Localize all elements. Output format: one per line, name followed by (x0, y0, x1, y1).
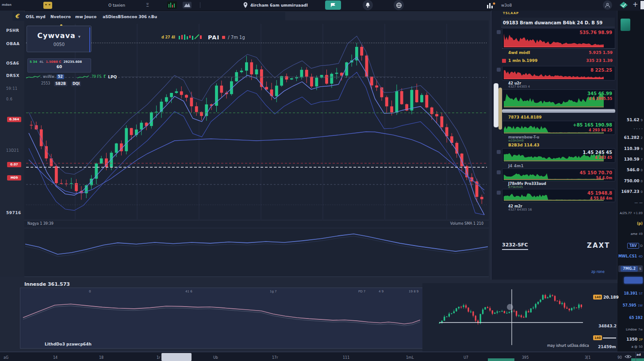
menubar-item[interactable]: aSDiesBSoncoo 306 r.Bu (103, 15, 157, 19)
row-value: 335 23 1.39 (586, 58, 613, 63)
watchlist-row[interactable]: 45 1948.84 55 84 4m (502, 189, 615, 202)
quote-strip: 51.629· · · ·61.2822110.399130.597546.00… (617, 11, 644, 352)
watchlist-text-row[interactable]: 4wd mödl5.925 1.59 (502, 50, 615, 57)
watchlist-row[interactable]: 45 150 70.7054 4.0m (502, 169, 615, 181)
watchlist-text-row[interactable]: 7873 414.8189 (502, 114, 615, 120)
legend-chip[interactable]: DQl (71, 81, 81, 86)
quote-badge[interactable]: TAV (627, 243, 639, 249)
app-logo-icon[interactable] (43, 2, 52, 9)
menubar-item[interactable]: OSL myd (26, 15, 46, 19)
watchlist-row[interactable]: 345 46.994 6 1995.55 (502, 89, 615, 109)
indicator-axis-label: 1g 7 (270, 290, 277, 293)
title-timeframe: / 7m 1g (228, 35, 245, 40)
pane-divider[interactable] (24, 220, 489, 228)
chart-thumbnail-icon[interactable] (167, 1, 177, 9)
mountain-icon[interactable] (183, 2, 192, 8)
price-axis-label: OBAA (6, 42, 19, 46)
row-icon (497, 30, 501, 34)
quote-value: 750.00 (624, 179, 640, 183)
add-button[interactable]: + (632, 1, 638, 8)
eye-icon[interactable] (625, 354, 632, 359)
indicator-axis-label: PD 7 (358, 290, 365, 293)
watchlist-text-row[interactable]: 42 u2r4327 64303 4 (502, 81, 615, 88)
indicator-footer: LithdDo3 pzawcp64h (45, 342, 92, 346)
time-axis-label: 90 (617, 356, 622, 360)
menubar-logo[interactable]: € (15, 13, 19, 19)
watchlist-text-row[interactable]: J78n9fv Pro333aud875km45 (502, 181, 615, 188)
quote-row: 57.5951W (618, 303, 643, 307)
sidebar-tab[interactable]: 3232-SFC (502, 242, 528, 250)
quote-value: 18.391 (624, 292, 637, 296)
quote-value: 1350 (626, 337, 637, 342)
sparkline-icon (77, 75, 89, 79)
stats-icon[interactable] (487, 2, 495, 8)
notifications-button[interactable] (363, 0, 373, 10)
watchlist-text-row[interactable]: J4 4m1 (502, 163, 615, 168)
bell-icon (365, 2, 371, 8)
quote-row[interactable] (618, 277, 643, 284)
row-icon (497, 191, 501, 195)
quote-row[interactable]: TAVD (618, 243, 643, 249)
globe-button[interactable] (394, 0, 404, 10)
watchlist-row[interactable]: 535.76 98.99 (502, 28, 615, 49)
row-label: J4 4m1 (508, 164, 524, 168)
quote-row: A/25.77+1.89 (618, 211, 643, 215)
row-sublabel: 4327 64303 4 (508, 85, 530, 88)
watchlist-text-row[interactable]: mwwwnbew-T-uw10n3m9 (502, 135, 615, 142)
watchlist-text-row[interactable]: 42 m2r4327 64303 16 (502, 204, 615, 212)
horizontal-scrollbar-thumb[interactable] (161, 353, 192, 361)
quote-value: · · · · (633, 127, 643, 131)
quote-value: 130.59 (624, 157, 640, 161)
topbar-corner-handle[interactable] (640, 1, 644, 9)
search-label[interactable]: O taxien (108, 4, 125, 8)
location-pin-icon[interactable] (243, 2, 248, 8)
legend-chip[interactable]: 52 (57, 74, 64, 79)
price-tag: M09 (7, 175, 21, 180)
menubar-item[interactable]: mw Jouco (75, 15, 96, 19)
title-candles-icon (178, 34, 205, 41)
row-values: +85 165 190.984 293 94 25 (573, 123, 612, 132)
mini-chart-canvas[interactable] (427, 287, 595, 346)
quote-button[interactable] (624, 277, 643, 284)
scrollbar-thumb-secondary[interactable] (498, 88, 502, 130)
price-axis-label: 59716 (6, 211, 21, 215)
toolbar-divider (200, 2, 200, 8)
symbol-selector[interactable]: Cywvava▾ 0050 (27, 26, 92, 52)
watchlist-row[interactable]: 8 225.25 (502, 66, 615, 81)
thumb-bars-icon (167, 1, 177, 9)
filter-icon[interactable]: Ξ (146, 3, 149, 8)
flag-button[interactable] (325, 0, 341, 10)
price-tag: 140 (593, 295, 602, 300)
legend-chip[interactable]: SB2B (54, 81, 67, 86)
row-icon (497, 150, 501, 154)
volume-pane-canvas[interactable] (24, 228, 489, 277)
row-values: 1.45 245 454 293 45 (583, 150, 612, 160)
indicator-panel-box[interactable]: LithdDo3 pzawcp64h 041 61g 7PD 74 919 8 … (20, 288, 423, 349)
chevron-down-icon: ▾ (78, 34, 81, 39)
account-button[interactable] (603, 0, 612, 10)
quote-chip[interactable]: 7MG.2 (621, 266, 638, 272)
price-chart-canvas[interactable] (24, 20, 489, 223)
price-tag: 140 (593, 335, 602, 340)
symbol-sub: 0050 (27, 42, 91, 47)
sidebar-link[interactable]: zp rone (591, 270, 605, 274)
row-label: 4wd mödl (508, 50, 530, 55)
pane-label-left: Nagya 1 39:39 (27, 222, 54, 226)
quote-row[interactable]: 7MG.2S (618, 265, 643, 272)
price-axis-label: OSA6 (6, 61, 19, 65)
watchlist-text-row[interactable] (502, 109, 615, 113)
watchlist-row[interactable]: +85 165 190.984 293 94 25 (502, 121, 615, 135)
globe-icon (396, 2, 402, 8)
strip-chart-thumb[interactable] (621, 19, 630, 31)
quote-value: A/25.77 (620, 211, 632, 215)
watchlist-text-row[interactable]: 1 mln b.1999335 23 1.39 (502, 58, 615, 65)
scrollbar-thumb[interactable] (494, 83, 498, 127)
quote-row: 65 192 (618, 316, 643, 320)
watchlist-row[interactable]: 1.45 245 454 293 45 (502, 148, 615, 163)
watchlist-text-row[interactable]: B2B3d 114.43 (502, 142, 615, 147)
gem-icon[interactable] (619, 1, 629, 9)
mini-chart-panel: 140 20.189 34843.2 140 21459m may ishurt… (422, 283, 617, 352)
menubar-item[interactable]: Nvetocro (50, 15, 71, 19)
menubar: € OSL mydNvetocromw JoucoaSDiesBSoncoo 3… (12, 12, 285, 21)
quote-value: 1697.23 (621, 189, 640, 194)
